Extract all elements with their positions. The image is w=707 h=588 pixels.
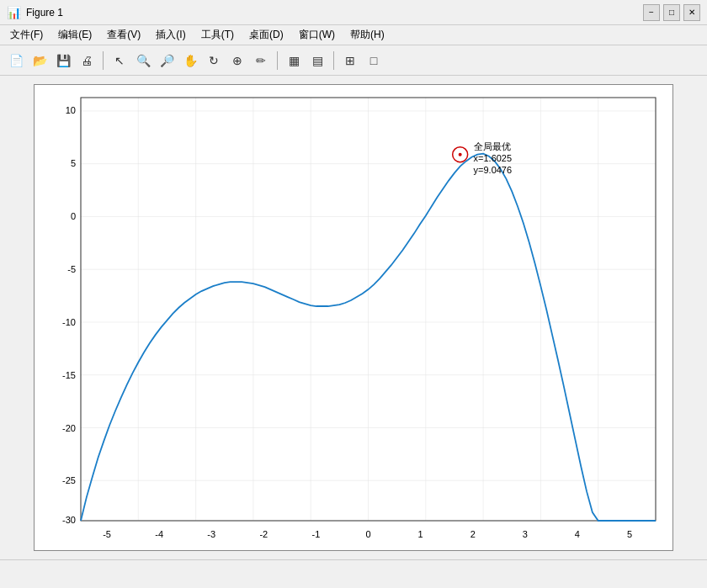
annotation-y: y=9.0476 xyxy=(474,165,512,175)
menu-item-D[interactable]: 桌面(D) xyxy=(242,26,290,44)
legend-btn[interactable]: ▤ xyxy=(306,50,328,72)
menu-item-I[interactable]: 插入(I) xyxy=(149,26,192,44)
save-btn[interactable]: 💾 xyxy=(52,50,74,72)
ytick-m20: -20 xyxy=(62,423,76,433)
xtick-2: 2 xyxy=(447,529,499,539)
xtick-m4: -4 xyxy=(133,529,185,539)
open-btn[interactable]: 📂 xyxy=(29,50,50,72)
print-btn[interactable]: 🖨 xyxy=(76,50,98,72)
ytick-m5: -5 xyxy=(67,264,76,274)
sep2 xyxy=(277,51,278,70)
annotation-x: x=1.6025 xyxy=(474,153,512,163)
plot-frame: 全局最优 x=1.6025 y=9.0476 10 5 0 -5 -10 -15… xyxy=(34,84,673,551)
ytick-m25: -25 xyxy=(62,475,76,485)
menu-item-W[interactable]: 窗口(W) xyxy=(292,26,342,44)
rotate-btn[interactable]: ↻ xyxy=(203,50,225,72)
menu-item-H[interactable]: 帮助(H) xyxy=(343,26,391,44)
ytick-m10: -10 xyxy=(62,317,76,327)
sep3 xyxy=(333,51,334,70)
datacursor-btn[interactable]: ⊕ xyxy=(226,50,248,72)
menu-item-T[interactable]: 工具(T) xyxy=(194,26,241,44)
new-file-btn[interactable]: 📄 xyxy=(5,50,27,72)
xtick-4: 4 xyxy=(551,529,603,539)
xtick-3: 3 xyxy=(499,529,551,539)
xtick-5: 5 xyxy=(603,529,656,539)
xtick-m5: -5 xyxy=(81,529,133,539)
xtick-0: 0 xyxy=(342,529,394,539)
titlebar-controls: − □ ✕ xyxy=(643,4,700,21)
zoom-in-btn[interactable]: 🔍 xyxy=(132,50,154,72)
ytick-10: 10 xyxy=(66,105,76,115)
colorbar-btn[interactable]: ▦ xyxy=(283,50,305,72)
plot-container: 全局最优 x=1.6025 y=9.0476 10 5 0 -5 -10 -15… xyxy=(0,76,707,559)
ytick-m30: -30 xyxy=(62,515,76,525)
menu-item-V[interactable]: 查看(V) xyxy=(100,26,147,44)
menu-item-F[interactable]: 文件(F) xyxy=(3,26,50,44)
xtick-m2: -2 xyxy=(237,529,290,539)
axes: 全局最优 x=1.6025 y=9.0476 10 5 0 -5 -10 -15… xyxy=(81,98,656,521)
annotation-label: 全局最优 xyxy=(474,141,511,151)
window-title: Figure 1 xyxy=(26,7,63,19)
xtick-m3: -3 xyxy=(185,529,237,539)
optimum-center xyxy=(459,153,462,156)
titlebar-left: 📊 Figure 1 xyxy=(7,6,63,19)
brush-btn[interactable]: ✏ xyxy=(250,50,272,72)
ytick-0: 0 xyxy=(71,211,76,221)
minimize-button[interactable]: − xyxy=(643,4,660,21)
ytick-m15: -15 xyxy=(62,370,76,380)
ytick-5: 5 xyxy=(71,158,76,168)
grid-btn[interactable]: ⊞ xyxy=(339,50,361,72)
xtick-1: 1 xyxy=(395,529,447,539)
plot-svg: 全局最优 x=1.6025 y=9.0476 xyxy=(81,98,656,521)
zoom-out-btn[interactable]: 🔎 xyxy=(156,50,178,72)
pan-btn[interactable]: ✋ xyxy=(179,50,201,72)
xtick-m1: -1 xyxy=(290,529,342,539)
menubar: 文件(F)编辑(E)查看(V)插入(I)工具(T)桌面(D)窗口(W)帮助(H) xyxy=(0,25,707,45)
pointer-btn[interactable]: ↖ xyxy=(109,50,130,72)
plot3d-btn[interactable]: □ xyxy=(363,50,385,72)
sep1 xyxy=(103,51,104,70)
menu-item-E[interactable]: 编辑(E) xyxy=(51,26,98,44)
maximize-button[interactable]: □ xyxy=(663,4,680,21)
titlebar: 📊 Figure 1 − □ ✕ xyxy=(0,0,707,25)
close-button[interactable]: ✕ xyxy=(683,4,700,21)
status-bar xyxy=(0,559,707,578)
window-icon: 📊 xyxy=(7,6,21,19)
toolbar: 📄📂💾🖨↖🔍🔎✋↻⊕✏▦▤⊞□ xyxy=(0,45,707,76)
